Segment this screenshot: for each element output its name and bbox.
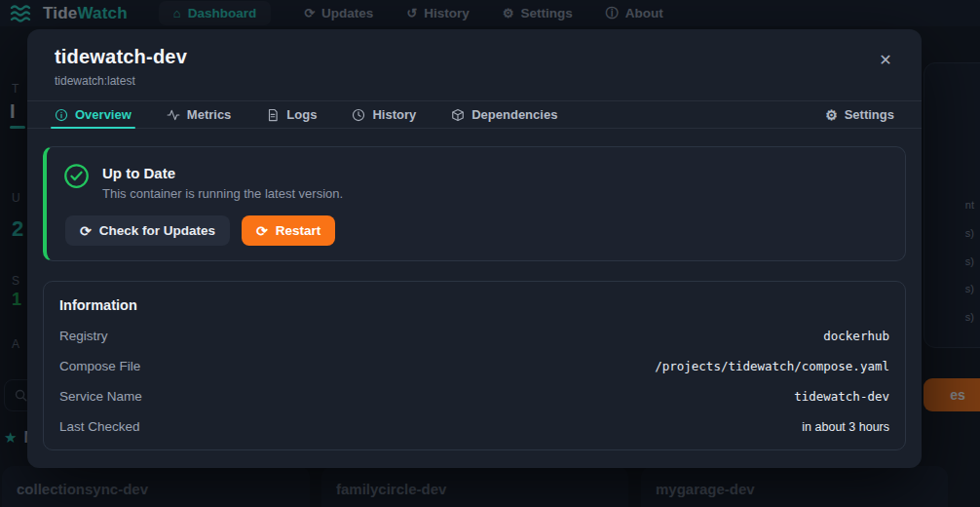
info-value: /projects/tidewatch/compose.yaml <box>655 359 889 373</box>
modal-title: tidewatch-dev <box>55 46 894 68</box>
modal-body: Up to Date This container is running the… <box>27 129 922 468</box>
information-card: Information Registry dockerhub Compose F… <box>43 281 906 450</box>
info-value: dockerhub <box>823 329 889 343</box>
tab-label: Overview <box>75 107 132 122</box>
close-icon[interactable]: ✕ <box>873 47 898 72</box>
refresh-icon: ⟳ <box>80 224 92 238</box>
information-title: Information <box>59 297 889 313</box>
info-label: Service Name <box>59 389 142 404</box>
gear-icon: ⚙ <box>825 108 838 122</box>
status-title: Up to Date <box>102 163 343 181</box>
package-icon <box>451 108 465 122</box>
refresh-icon: ⟳ <box>256 224 268 238</box>
restart-button[interactable]: ⟳ Restart <box>242 215 335 246</box>
tab-label: Dependencies <box>471 107 557 122</box>
info-label: Last Checked <box>59 419 140 434</box>
tab-label: Metrics <box>187 107 232 122</box>
info-label: Registry <box>59 329 108 343</box>
button-label: Restart <box>276 223 321 238</box>
tab-label: History <box>372 107 416 122</box>
info-row-service-name: Service Name tidewatch-dev <box>59 381 889 411</box>
file-text-icon <box>266 108 280 122</box>
up-to-date-card: Up to Date This container is running the… <box>43 146 906 261</box>
info-value: in about 3 hours <box>802 420 889 434</box>
info-row-registry: Registry dockerhub <box>59 321 889 351</box>
tab-dependencies[interactable]: Dependencies <box>451 101 557 128</box>
status-description: This container is running the latest ver… <box>102 186 343 201</box>
tab-metrics[interactable]: Metrics <box>167 101 232 128</box>
container-detail-modal: tidewatch-dev tidewatch:latest ✕ Overvie… <box>27 29 922 468</box>
modal-tabs: Overview Metrics Logs H <box>27 101 922 129</box>
tab-logs[interactable]: Logs <box>266 101 317 128</box>
modal-subtitle-image-tag: tidewatch:latest <box>55 74 894 88</box>
check-for-updates-button[interactable]: ⟳ Check for Updates <box>65 215 230 246</box>
tab-overview[interactable]: Overview <box>55 101 132 128</box>
info-value: tidewatch-dev <box>794 389 889 404</box>
check-circle-icon <box>63 163 90 201</box>
tab-history[interactable]: History <box>352 101 416 128</box>
info-circle-icon <box>55 108 68 122</box>
button-label: Check for Updates <box>99 223 215 238</box>
activity-icon <box>167 108 180 122</box>
info-row-last-checked: Last Checked in about 3 hours <box>59 411 889 442</box>
info-row-compose-file: Compose File /projects/tidewatch/compose… <box>59 351 889 381</box>
tab-settings[interactable]: ⚙ Settings <box>825 101 894 128</box>
info-label: Compose File <box>59 359 140 373</box>
clock-icon <box>352 108 365 122</box>
tab-label: Settings <box>845 107 894 122</box>
tab-label: Logs <box>286 107 317 122</box>
modal-header: tidewatch-dev tidewatch:latest ✕ <box>27 29 922 101</box>
tabs-spacer <box>592 101 790 128</box>
